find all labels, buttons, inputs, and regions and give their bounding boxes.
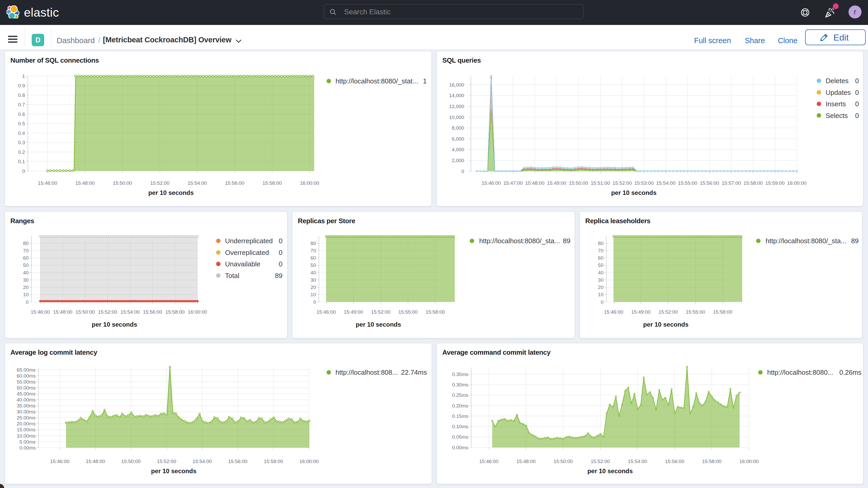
svg-text:0.3: 0.3: [18, 140, 25, 145]
svg-text:15:52:00: 15:52:00: [658, 309, 678, 315]
svg-text:16:00:00: 16:00:00: [299, 459, 319, 464]
svg-text:15:46:00: 15:46:00: [316, 309, 336, 315]
svg-text:15:51:00: 15:51:00: [591, 180, 610, 186]
svg-text:20.00ms: 20.00ms: [17, 421, 36, 426]
svg-text:40: 40: [23, 270, 29, 275]
svg-text:30: 30: [598, 277, 603, 283]
svg-text:15:50:00: 15:50:00: [554, 459, 573, 464]
svg-text:15:50:00: 15:50:00: [113, 180, 132, 186]
svg-text:15:49:00: 15:49:00: [344, 309, 363, 315]
svg-text:50: 50: [598, 263, 603, 268]
svg-text:12,000: 12,000: [449, 104, 464, 109]
svg-text:15:46:00: 15:46:00: [38, 180, 57, 186]
svg-text:14,000: 14,000: [449, 93, 464, 98]
svg-text:30: 30: [311, 277, 316, 283]
svg-text:80: 80: [598, 241, 603, 246]
svg-text:15:50:00: 15:50:00: [75, 309, 95, 315]
svg-text:10: 10: [311, 292, 316, 297]
svg-text:50: 50: [23, 263, 29, 268]
svg-text:http://localhost:8080...: http://localhost:8080...: [767, 368, 833, 376]
svg-text:0.1: 0.1: [18, 159, 25, 164]
svg-text:per 10 seconds: per 10 seconds: [92, 321, 137, 328]
svg-text:0.26ms: 0.26ms: [839, 368, 862, 376]
svg-text:2,000: 2,000: [452, 158, 464, 163]
svg-text:per 10 seconds: per 10 seconds: [587, 467, 633, 475]
svg-text:15:58:00: 15:58:00: [702, 459, 721, 464]
svg-text:15:46:00: 15:46:00: [482, 180, 501, 186]
svg-text:15:54:00: 15:54:00: [628, 459, 647, 464]
svg-text:Selects: Selects: [826, 112, 848, 120]
svg-text:Deletes: Deletes: [826, 77, 848, 85]
svg-text:0.4: 0.4: [18, 130, 25, 136]
svg-text:0.7: 0.7: [18, 102, 25, 107]
svg-text:Underreplicated: Underreplicated: [225, 237, 273, 245]
svg-text:0.5: 0.5: [18, 121, 25, 126]
svg-text:16,000: 16,000: [449, 82, 464, 88]
svg-text:50.00ms: 50.00ms: [17, 385, 36, 391]
svg-text:60: 60: [23, 255, 29, 261]
svg-text:15:55:00: 15:55:00: [398, 309, 417, 315]
svg-text:Total: Total: [225, 272, 239, 280]
svg-text:0.6: 0.6: [18, 112, 25, 117]
svg-text:0.00ms: 0.00ms: [452, 445, 468, 450]
svg-text:15:56:00: 15:56:00: [228, 459, 247, 464]
svg-text:20: 20: [598, 284, 603, 290]
svg-text:15:59:00: 15:59:00: [765, 180, 784, 186]
svg-text:15:52:00: 15:52:00: [157, 459, 176, 464]
svg-text:http://localhost:8080/_stat...: http://localhost:8080/_stat...: [336, 77, 418, 85]
svg-text:20: 20: [23, 284, 29, 290]
svg-text:60: 60: [311, 255, 316, 261]
svg-text:4,000: 4,000: [452, 147, 464, 152]
svg-text:0: 0: [855, 100, 859, 108]
svg-text:0.15ms: 0.15ms: [452, 414, 468, 419]
svg-text:15:56:00: 15:56:00: [225, 180, 244, 186]
svg-text:15:52:00: 15:52:00: [150, 180, 169, 186]
svg-text:15:46:00: 15:46:00: [604, 309, 623, 315]
svg-text:25.00ms: 25.00ms: [17, 415, 36, 421]
svg-text:15:56:00: 15:56:00: [700, 180, 719, 186]
svg-text:65.00ms: 65.00ms: [17, 367, 36, 373]
svg-text:Overreplicated: Overreplicated: [225, 249, 269, 256]
svg-text:Unavailable: Unavailable: [225, 260, 260, 268]
svg-text:15:50:00: 15:50:00: [121, 459, 141, 464]
svg-text:15:52:00: 15:52:00: [591, 459, 610, 464]
svg-text:Inserts: Inserts: [826, 100, 846, 108]
svg-text:0.05ms: 0.05ms: [452, 434, 468, 440]
svg-text:89: 89: [563, 237, 570, 245]
svg-text:15:49:00: 15:49:00: [547, 180, 566, 186]
svg-text:40: 40: [598, 270, 603, 275]
svg-text:40: 40: [311, 270, 316, 275]
svg-text:6,000: 6,000: [452, 136, 464, 142]
svg-text:15:48:00: 15:48:00: [516, 459, 536, 464]
svg-text:0: 0: [855, 77, 859, 85]
svg-text:15:58:00: 15:58:00: [744, 180, 763, 186]
svg-text:0: 0: [279, 260, 282, 268]
svg-text:30: 30: [23, 277, 29, 283]
svg-text:89: 89: [851, 237, 859, 245]
svg-text:16:00:00: 16:00:00: [188, 309, 207, 315]
svg-text:0.00ms: 0.00ms: [20, 445, 36, 451]
svg-text:15:58:00: 15:58:00: [264, 459, 283, 464]
svg-text:60.00ms: 60.00ms: [17, 373, 36, 378]
svg-text:10,000: 10,000: [449, 115, 464, 120]
svg-text:0.25ms: 0.25ms: [452, 392, 468, 398]
svg-text:0.9: 0.9: [18, 83, 25, 88]
svg-text:15:52:00: 15:52:00: [371, 309, 390, 315]
svg-text:15:55:00: 15:55:00: [686, 309, 705, 315]
svg-text:1: 1: [423, 77, 427, 85]
svg-text:5.00ms: 5.00ms: [20, 439, 36, 445]
svg-text:8,000: 8,000: [452, 125, 464, 131]
svg-text:15:54:00: 15:54:00: [121, 309, 140, 315]
svg-text:16:00:00: 16:00:00: [787, 180, 806, 186]
svg-text:45.00ms: 45.00ms: [17, 391, 36, 397]
svg-text:40.00ms: 40.00ms: [17, 397, 36, 402]
svg-text:15.00ms: 15.00ms: [17, 427, 36, 432]
svg-text:15:52:00: 15:52:00: [98, 309, 117, 315]
svg-text:70: 70: [311, 248, 316, 253]
svg-text:per 10 seconds: per 10 seconds: [611, 189, 657, 196]
svg-text:per 10 seconds: per 10 seconds: [151, 467, 196, 475]
svg-text:15:49:00: 15:49:00: [631, 309, 650, 315]
svg-text:0: 0: [600, 299, 603, 305]
svg-text:0.20ms: 0.20ms: [452, 403, 468, 408]
svg-text:0: 0: [26, 299, 29, 305]
